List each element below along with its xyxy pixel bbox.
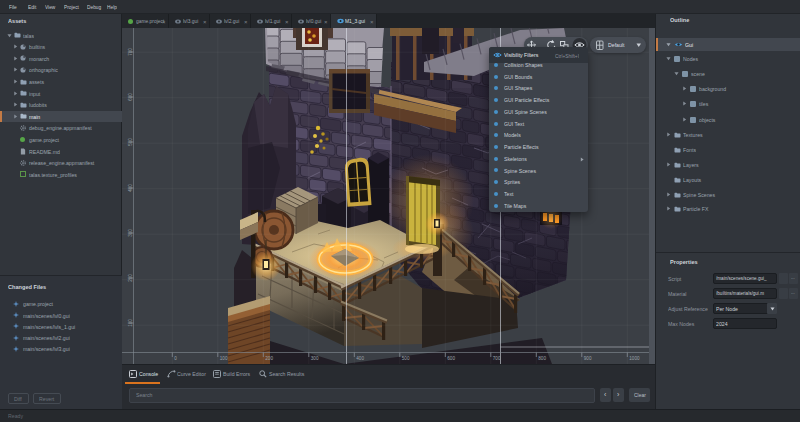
svg-text:900: 900 — [584, 356, 592, 361]
svg-text:400: 400 — [128, 184, 133, 192]
svg-text:100: 100 — [220, 356, 228, 361]
svg-text:500: 500 — [128, 138, 133, 146]
svg-text:0: 0 — [174, 356, 177, 361]
svg-text:500: 500 — [402, 356, 410, 361]
svg-text:800: 800 — [538, 356, 546, 361]
svg-text:400: 400 — [356, 356, 364, 361]
svg-text:600: 600 — [128, 93, 133, 101]
svg-text:700: 700 — [493, 356, 501, 361]
svg-text:200: 200 — [128, 274, 133, 282]
svg-text:700: 700 — [128, 48, 133, 56]
svg-text:300: 300 — [128, 229, 133, 237]
svg-text:1000: 1000 — [629, 356, 640, 361]
svg-text:600: 600 — [447, 356, 455, 361]
svg-text:200: 200 — [265, 356, 273, 361]
svg-text:100: 100 — [128, 319, 133, 327]
svg-text:300: 300 — [311, 356, 319, 361]
